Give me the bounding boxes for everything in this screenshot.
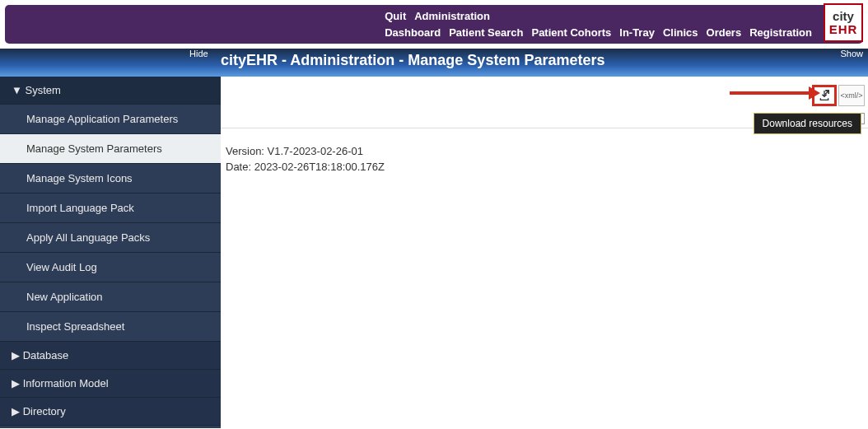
sidebar-item-label: Manage System Parameters [26, 142, 162, 155]
sidebar-section-system[interactable]: ▼ System [0, 77, 221, 105]
sidebar-item-inspect-spreadsheet[interactable]: Inspect Spreadsheet [0, 312, 221, 342]
sidebar-item-label: Inspect Spreadsheet [26, 320, 124, 333]
nav-administration[interactable]: Administration [414, 10, 490, 22]
sidebar-item-apply-all-language-packs[interactable]: Apply All Language Packs [0, 223, 221, 253]
date-text: Date: 2023-02-26T18:18:00.176Z [226, 161, 863, 173]
nav-in-tray[interactable]: In-Tray [619, 26, 655, 39]
page-title: cityEHR - Administration - Manage System… [0, 52, 868, 69]
sidebar-item-import-language-pack[interactable]: Import Language Pack [0, 194, 221, 223]
nav-quit[interactable]: Quit [385, 10, 406, 22]
logo: city EHR [824, 3, 863, 42]
sidebar-section-label: System [25, 84, 60, 96]
nav-row-1: Quit Administration [385, 10, 812, 22]
annotation-arrow [730, 91, 812, 95]
nav-dashboard[interactable]: Dashboard [385, 26, 441, 39]
sidebar-item-new-application[interactable]: New Application [0, 282, 221, 312]
sidebar-item-manage-system-icons[interactable]: Manage System Icons [0, 164, 221, 194]
sidebar-section-label: Information Model [23, 377, 109, 389]
logo-line2: EHR [829, 23, 858, 35]
sidebar-section-label: Database [23, 349, 69, 361]
tooltip: Download resources [754, 113, 861, 134]
sidebar-item-label: Import Language Pack [26, 202, 134, 214]
sidebar: ▼ System Manage Application Parameters M… [0, 77, 221, 428]
sidebar-section-information-model[interactable]: ▶ Information Model [0, 370, 221, 398]
sidebar-item-manage-system-parameters[interactable]: Manage System Parameters [0, 134, 221, 164]
sidebar-section-database[interactable]: ▶ Database [0, 342, 221, 370]
sidebar-item-manage-application-parameters[interactable]: Manage Application Parameters [0, 105, 221, 134]
version-text: Version: V1.7-2023-02-26-01 [226, 145, 863, 157]
logo-line1: city [833, 10, 854, 22]
title-bar: Hide cityEHR - Administration - Manage S… [0, 49, 868, 77]
nav-row-2: Dashboard Patient Search Patient Cohorts… [385, 26, 812, 39]
sidebar-item-label: Apply All Language Packs [26, 231, 150, 244]
top-navbar: Quit Administration Dashboard Patient Se… [5, 5, 863, 44]
sidebar-section-label: Directory [23, 405, 66, 417]
sidebar-item-label: Manage Application Parameters [26, 113, 178, 125]
nav-patient-search[interactable]: Patient Search [449, 26, 523, 39]
hide-sidebar-link[interactable]: Hide [189, 49, 208, 58]
nav-registration[interactable]: Registration [749, 26, 812, 39]
main-panel: <xml/> Download resources Edit Version: … [221, 77, 868, 428]
nav-orders[interactable]: Orders [707, 26, 742, 39]
sidebar-item-label: New Application [26, 291, 103, 303]
nav-clinics[interactable]: Clinics [663, 26, 698, 39]
nav-patient-cohorts[interactable]: Patient Cohorts [531, 26, 611, 39]
xml-button[interactable]: <xml/> [838, 85, 865, 106]
show-panel-link[interactable]: Show [840, 49, 863, 58]
sidebar-item-label: Manage System Icons [26, 172, 133, 184]
sidebar-item-view-audit-log[interactable]: View Audit Log [0, 253, 221, 282]
content-area: Version: V1.7-2023-02-26-01 Date: 2023-0… [221, 128, 868, 193]
sidebar-section-directory[interactable]: ▶ Directory [0, 398, 221, 426]
sidebar-item-label: View Audit Log [26, 261, 97, 273]
